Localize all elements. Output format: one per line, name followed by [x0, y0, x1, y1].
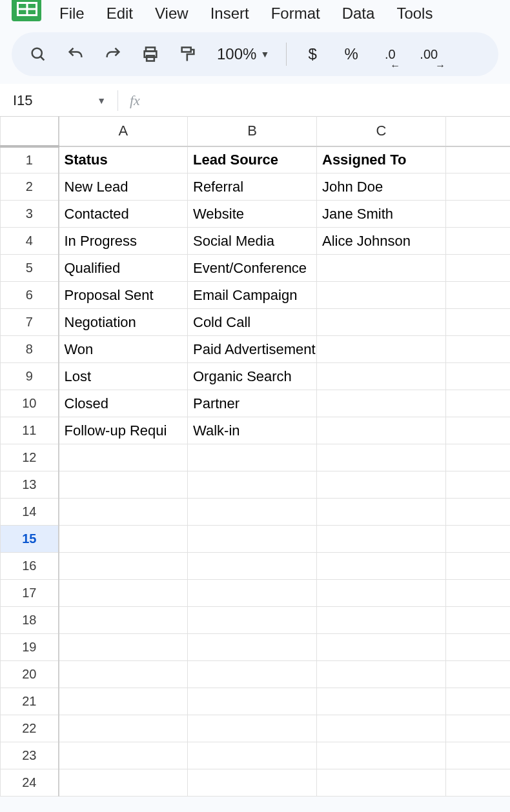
undo-icon[interactable]: [63, 42, 88, 66]
cell-A1[interactable]: Status: [59, 146, 188, 173]
cell-A21[interactable]: [59, 688, 188, 715]
col-header-extra[interactable]: [446, 117, 511, 146]
cell-A5[interactable]: Qualified: [59, 255, 188, 282]
cell-A3[interactable]: Contacted: [59, 201, 188, 228]
cell-C17[interactable]: [317, 580, 446, 607]
menu-view[interactable]: View: [155, 5, 189, 23]
cell-D6[interactable]: [446, 282, 511, 309]
row-header[interactable]: 6: [1, 282, 59, 309]
cell-D15[interactable]: [446, 526, 511, 553]
row-header[interactable]: 12: [1, 444, 59, 471]
cell-A18[interactable]: [59, 607, 188, 634]
cell-C11[interactable]: [317, 417, 446, 444]
cell-B23[interactable]: [188, 742, 317, 769]
cell-A19[interactable]: [59, 634, 188, 661]
cell-D12[interactable]: [446, 444, 511, 471]
cell-A11[interactable]: Follow-up Requi: [59, 417, 188, 444]
cell-B17[interactable]: [188, 580, 317, 607]
cell-D22[interactable]: [446, 715, 511, 742]
cell-B24[interactable]: [188, 769, 317, 797]
cell-A8[interactable]: Won: [59, 336, 188, 363]
cell-B6[interactable]: Email Campaign: [188, 282, 317, 309]
cell-D17[interactable]: [446, 580, 511, 607]
cell-D7[interactable]: [446, 309, 511, 336]
cell-A20[interactable]: [59, 661, 188, 688]
cell-C16[interactable]: [317, 553, 446, 580]
name-box[interactable]: I15 ▼: [8, 92, 117, 109]
row-header[interactable]: 17: [1, 580, 59, 607]
row-header[interactable]: 5: [1, 255, 59, 282]
cell-D20[interactable]: [446, 661, 511, 688]
paint-format-icon[interactable]: [176, 42, 200, 66]
menu-tools[interactable]: Tools: [396, 5, 433, 23]
cell-D4[interactable]: [446, 228, 511, 255]
row-header[interactable]: 10: [1, 390, 59, 417]
cell-C13[interactable]: [317, 471, 446, 499]
cell-B2[interactable]: Referral: [188, 173, 317, 201]
cell-C9[interactable]: [317, 363, 446, 390]
row-header[interactable]: 7: [1, 309, 59, 336]
cell-B14[interactable]: [188, 499, 317, 526]
cell-B5[interactable]: Event/Conference: [188, 255, 317, 282]
cell-B19[interactable]: [188, 634, 317, 661]
cell-D23[interactable]: [446, 742, 511, 769]
cell-D9[interactable]: [446, 363, 511, 390]
row-header[interactable]: 22: [1, 715, 59, 742]
cell-A7[interactable]: Negotiation: [59, 309, 188, 336]
cell-A17[interactable]: [59, 580, 188, 607]
cell-A13[interactable]: [59, 471, 188, 499]
row-header[interactable]: 13: [1, 471, 59, 499]
row-header[interactable]: 20: [1, 661, 59, 688]
row-header[interactable]: 14: [1, 499, 59, 526]
cell-B10[interactable]: Partner: [188, 390, 317, 417]
zoom-dropdown[interactable]: 100% ▼: [213, 45, 273, 63]
row-header[interactable]: 1: [1, 146, 59, 173]
cell-B7[interactable]: Cold Call: [188, 309, 317, 336]
row-header[interactable]: 23: [1, 742, 59, 769]
menu-format[interactable]: Format: [271, 5, 320, 23]
cell-A24[interactable]: [59, 769, 188, 797]
cell-C19[interactable]: [317, 634, 446, 661]
cell-D8[interactable]: [446, 336, 511, 363]
cell-B18[interactable]: [188, 607, 317, 634]
cell-C24[interactable]: [317, 769, 446, 797]
cell-A14[interactable]: [59, 499, 188, 526]
cell-D16[interactable]: [446, 553, 511, 580]
cell-D2[interactable]: [446, 173, 511, 201]
cell-B13[interactable]: [188, 471, 317, 499]
col-header-A[interactable]: A: [59, 117, 188, 146]
select-all-corner[interactable]: [1, 117, 59, 146]
menu-insert[interactable]: Insert: [210, 5, 249, 23]
cell-B1[interactable]: Lead Source: [188, 146, 317, 173]
increase-decimal-button[interactable]: .00→: [416, 47, 442, 62]
cell-B15[interactable]: [188, 526, 317, 553]
cell-D24[interactable]: [446, 769, 511, 797]
col-header-C[interactable]: C: [317, 117, 446, 146]
cell-B20[interactable]: [188, 661, 317, 688]
cell-C8[interactable]: [317, 336, 446, 363]
cell-D13[interactable]: [446, 471, 511, 499]
format-percent-button[interactable]: %: [338, 45, 364, 63]
cell-B4[interactable]: Social Media: [188, 228, 317, 255]
row-header[interactable]: 11: [1, 417, 59, 444]
cell-B21[interactable]: [188, 688, 317, 715]
cell-D19[interactable]: [446, 634, 511, 661]
cell-B9[interactable]: Organic Search: [188, 363, 317, 390]
col-header-B[interactable]: B: [188, 117, 317, 146]
cell-A10[interactable]: Closed: [59, 390, 188, 417]
row-header[interactable]: 9: [1, 363, 59, 390]
row-header[interactable]: 24: [1, 769, 59, 797]
cell-C15[interactable]: [317, 526, 446, 553]
print-icon[interactable]: [138, 42, 163, 66]
row-header[interactable]: 16: [1, 553, 59, 580]
cell-D21[interactable]: [446, 688, 511, 715]
cell-B3[interactable]: Website: [188, 201, 317, 228]
cell-D11[interactable]: [446, 417, 511, 444]
cell-C7[interactable]: [317, 309, 446, 336]
cell-C22[interactable]: [317, 715, 446, 742]
row-header[interactable]: 4: [1, 228, 59, 255]
cell-A12[interactable]: [59, 444, 188, 471]
cell-B11[interactable]: Walk-in: [188, 417, 317, 444]
cell-C12[interactable]: [317, 444, 446, 471]
spreadsheet-grid[interactable]: A B C 1StatusLead SourceAssigned To2New …: [0, 116, 510, 797]
